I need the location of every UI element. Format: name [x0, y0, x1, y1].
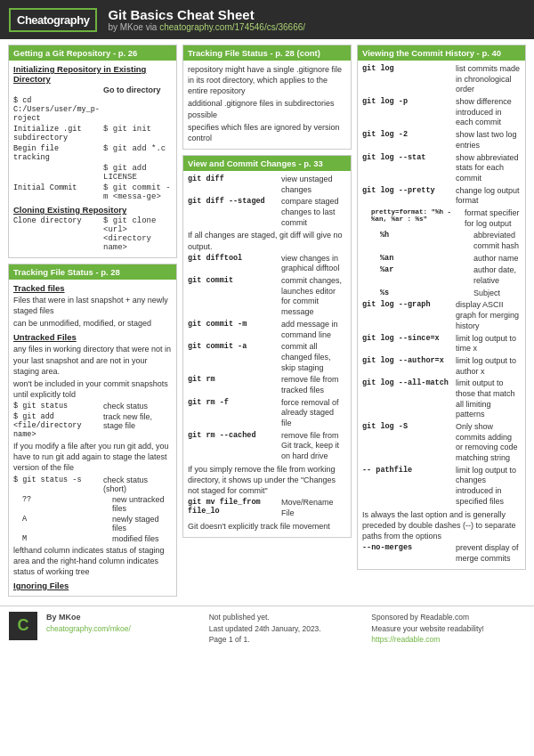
- section-getting-repo-header: Getting a Git Repository - p. 26: [9, 45, 176, 61]
- list-item: Initialize .git subdirectory $ git init: [13, 125, 172, 142]
- git-cmd: git rm --cached: [188, 431, 277, 440]
- section-commit-history-header: Viewing the Commit History - p. 40: [358, 45, 525, 61]
- git-cmd: git log -2: [362, 130, 451, 139]
- subsection-clone-title: Cloning Existing Repository: [13, 205, 172, 215]
- section-view-commit-header: View and Commit Changes - p. 33: [183, 156, 351, 171]
- git-cmd: git diff --staged: [188, 197, 277, 206]
- cmd-code: A: [22, 515, 107, 524]
- section-tracking-body: Tracked files Files that were in last sn…: [9, 280, 176, 596]
- paragraph: any files in working directory that were…: [13, 344, 172, 376]
- list-item: A newly staged files: [13, 515, 172, 532]
- list-item: pretty=format: "%h - %an, %ar : %s" form…: [362, 208, 521, 229]
- git-cmd: git diff: [188, 175, 277, 183]
- footer-sponsor-label: Sponsored by Readable.com: [371, 612, 525, 623]
- list-item: $ git status -s check status (short): [13, 476, 172, 493]
- git-cmd: git log -S: [362, 422, 451, 431]
- section-view-commit-body: git diff view unstaged changes git diff …: [183, 171, 351, 537]
- subsection-init-title: Initializing Repository in Existing Dire…: [13, 64, 172, 84]
- git-desc: prevent display of merge commits: [456, 543, 521, 564]
- git-desc: limit log output to changes introduced i…: [456, 466, 521, 508]
- list-item: git log --author=x limit log output to a…: [362, 356, 521, 377]
- list-item: %s Subject: [362, 289, 521, 299]
- cmd-label: Initial Commit: [13, 183, 98, 192]
- cmd-value: $ git add *.c: [103, 144, 172, 153]
- list-item: git difftool view changes in graphical d…: [188, 254, 346, 274]
- cmd-desc: new untracked files: [112, 495, 172, 513]
- footer-sponsor-link[interactable]: https://readable.com: [371, 635, 440, 644]
- cmd-desc: modified files: [112, 534, 172, 543]
- cmd-desc: check status (short): [103, 476, 172, 493]
- paragraph: If you simply remove the file from worki…: [188, 464, 346, 496]
- list-item: git log --since=x limit log output to ti…: [362, 334, 521, 354]
- cmd-go-label: Go to directory: [103, 85, 172, 94]
- list-item: %an author name: [362, 254, 521, 264]
- list-item: git mv file_from file_lo Move/Rename Fil…: [188, 498, 346, 518]
- git-desc: view changes in graphical difftool: [281, 254, 346, 274]
- git-desc: show difference introduced in each commi…: [456, 97, 521, 128]
- git-cmd: git rm: [188, 375, 277, 384]
- git-desc: limit log output to author x: [456, 356, 521, 377]
- paragraph: If you modify a file after you run git a…: [13, 441, 172, 473]
- list-item: %h abbreviated commit hash: [362, 231, 521, 251]
- paragraph: If all changes are staged, git diff will…: [188, 230, 346, 251]
- footer-author-link[interactable]: cheatography.com/mkoe/: [46, 624, 131, 633]
- git-desc: Move/Rename File: [281, 498, 346, 518]
- section-getting-repo-body: Initializing Repository in Existing Dire…: [9, 61, 176, 257]
- git-cmd: git commit -a: [188, 342, 277, 351]
- list-item: git commit -m add message in command lin…: [188, 320, 346, 340]
- git-desc: show last two log entries: [456, 130, 521, 150]
- cmd-value: $ git add LICENSE: [103, 164, 172, 182]
- subtitle-link[interactable]: cheatography.com/174546/cs/36666/: [159, 22, 305, 32]
- git-cmd: %h: [380, 231, 469, 240]
- list-item: git log -S Only show commits adding or r…: [362, 422, 521, 464]
- column-1: Getting a Git Repository - p. 26 Initial…: [5, 45, 180, 602]
- git-cmd: git log --all-match: [362, 378, 451, 387]
- cmd-code: $ git status: [13, 402, 98, 411]
- git-cmd: git mv file_from file_lo: [188, 498, 277, 516]
- list-item: git log --pretty change log output forma…: [362, 186, 521, 207]
- paragraph: can be unmodified, modified, or staged: [13, 318, 172, 329]
- list-item: git diff view unstaged changes: [188, 175, 346, 195]
- cmd-code: $ git add <file/directory name>: [13, 412, 98, 439]
- list-item: git log --all-match limit output to thos…: [362, 378, 521, 420]
- git-desc: Only show commits adding or removing cod…: [456, 422, 521, 464]
- list-item: git log -2 show last two log entries: [362, 130, 521, 150]
- list-item: -- pathfile limit log output to changes …: [362, 466, 521, 508]
- section-tracking-header: Tracking File Status - p. 28: [9, 264, 176, 280]
- paragraph: additional .gitignore files in subdirect…: [188, 98, 346, 119]
- footer-author: By MKoe cheatography.com/mkoe/: [46, 612, 200, 635]
- main-content: Getting a Git Repository - p. 26 Initial…: [0, 39, 534, 602]
- paragraph: Is always the last option and is general…: [362, 509, 521, 541]
- paragraph: lefthand column indicates status of stag…: [13, 545, 172, 577]
- git-cmd: -- pathfile: [362, 466, 451, 475]
- paragraph: repository might have a single .gitignor…: [188, 64, 346, 96]
- git-cmd: git commit: [188, 276, 277, 285]
- list-item: git rm -f force removal of already stage…: [188, 398, 346, 429]
- git-desc: compare staged changes to last commit: [281, 197, 346, 228]
- cmd-label: Initialize .git subdirectory: [13, 125, 98, 142]
- git-desc: Subject: [473, 289, 521, 299]
- git-desc: limit log output to time x: [456, 334, 521, 354]
- subtitle-by: by MKoe via: [108, 22, 157, 32]
- list-item: git log -p show difference introduced in…: [362, 97, 521, 128]
- list-item: git log --stat show abbreviated stats fo…: [362, 153, 521, 184]
- paragraph: Git doesn't explicitly track file moveme…: [188, 521, 346, 532]
- git-desc: limit output to those that match all lim…: [456, 378, 521, 420]
- list-item: --no-merges prevent display of merge com…: [362, 543, 521, 564]
- list-item: Initial Commit $ git commit -m <messa-ge…: [13, 183, 172, 201]
- paragraph: specifies which files are ignored by ver…: [188, 122, 346, 143]
- footer: C By MKoe cheatography.com/mkoe/ Not pub…: [0, 606, 534, 651]
- cmd-value: $ git commit -m <messa-ge>: [103, 183, 172, 201]
- cmd-code: $ git status -s: [13, 476, 98, 484]
- section-view-commit: View and Commit Changes - p. 33 git diff…: [182, 155, 352, 538]
- list-item: git commit -a commit all changed files, …: [188, 342, 346, 373]
- section-commit-history-body: git log list commits made in chronologic…: [358, 61, 525, 569]
- column-2: Tracking File Status - p. 28 (cont) repo…: [180, 45, 354, 602]
- git-desc: remove file from tracked files: [281, 375, 346, 395]
- footer-middle-line1: Not published yet.: [209, 612, 363, 623]
- cmd-label: Begin file tracking: [13, 144, 98, 162]
- list-item: Clone directory $ git clone <url> <direc…: [13, 216, 172, 252]
- paragraph: won't be included in your commit snapsho…: [13, 378, 172, 400]
- subsection-tracked-title: Tracked files: [13, 283, 172, 293]
- header: Cheatography Git Basics Cheat Sheet by M…: [0, 0, 534, 39]
